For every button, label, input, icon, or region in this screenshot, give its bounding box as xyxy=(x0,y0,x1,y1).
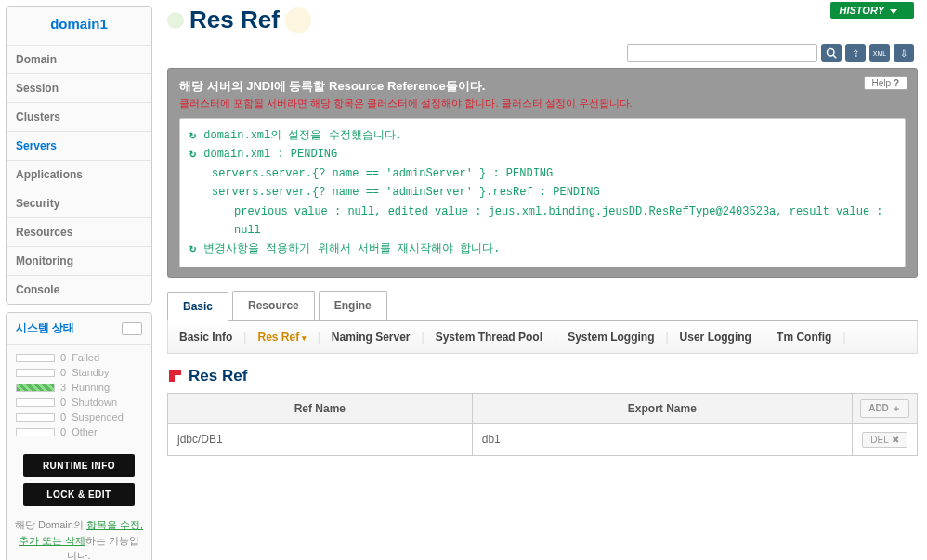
table-row: jdbc/DB1 db1 DEL✖ xyxy=(168,423,918,455)
main-tabs: Basic Resource Engine xyxy=(167,291,918,321)
subtab-system-logging[interactable]: System Logging xyxy=(564,331,658,344)
nav-servers[interactable]: Servers xyxy=(7,131,151,160)
nav-resources[interactable]: Resources xyxy=(7,217,151,246)
info-panel: Help 해당 서버의 JNDI에 등록할 Resource Reference… xyxy=(167,68,918,278)
info-headline: 해당 서버의 JNDI에 등록할 Resource Reference들이다. xyxy=(179,78,906,95)
tab-basic[interactable]: Basic xyxy=(167,292,228,321)
subtab-tm-config[interactable]: Tm Config xyxy=(773,331,835,344)
domain-note: 해당 Domain의 항목을 수정, 추가 또는 삭제하는 기능입니다. xyxy=(7,512,151,560)
subtab-res-ref[interactable]: Res Ref xyxy=(254,331,309,344)
tab-engine[interactable]: Engine xyxy=(319,291,387,320)
section-title: Res Ref xyxy=(167,354,918,393)
refresh-icon: ↻ xyxy=(189,126,196,145)
subtab-user-logging[interactable]: User Logging xyxy=(676,331,755,344)
svg-point-0 xyxy=(828,49,835,57)
del-button[interactable]: DEL✖ xyxy=(862,432,907,448)
add-button[interactable]: ADD＋ xyxy=(860,399,909,418)
page-title: Res Ref xyxy=(167,2,918,42)
info-subline: 클러스터에 포함될 서버라면 해당 항목은 클러스터에 설정해야 합니다. 클러… xyxy=(179,97,906,111)
domain-title: domain1 xyxy=(7,7,151,45)
state-shutdown: 0Shutdown xyxy=(16,395,142,410)
system-state-title: 시스템 상태 xyxy=(16,320,74,336)
nav-domain[interactable]: Domain xyxy=(7,45,151,73)
nav-clusters[interactable]: Clusters xyxy=(7,102,151,131)
import-icon[interactable]: ⇩ xyxy=(894,44,914,62)
cell-export-name: db1 xyxy=(472,423,852,455)
export-icon[interactable]: ⇪ xyxy=(845,44,866,62)
svg-line-1 xyxy=(833,55,836,58)
subtab-basic-info[interactable]: Basic Info xyxy=(176,331,236,344)
runtime-info-button[interactable]: RUNTIME INFO xyxy=(23,454,135,477)
refresh-icon: ↻ xyxy=(189,240,196,258)
lock-edit-button[interactable]: LOCK & EDIT xyxy=(23,483,135,506)
subtab-system-thread-pool[interactable]: System Thread Pool xyxy=(432,331,546,344)
cell-ref-name: jdbc/DB1 xyxy=(168,423,473,455)
state-standby: 0Standby xyxy=(16,365,142,380)
nav-session[interactable]: Session xyxy=(7,73,151,102)
search-input[interactable] xyxy=(627,44,817,62)
state-other: 0Other xyxy=(16,424,142,439)
subtab-naming-server[interactable]: Naming Server xyxy=(328,331,414,344)
state-suspended: 0Suspended xyxy=(16,410,142,424)
state-failed: 0Failed xyxy=(16,350,142,365)
system-state-icon[interactable] xyxy=(122,322,142,335)
col-export-name: Export Name xyxy=(472,393,852,423)
res-ref-table: Ref Name Export Name ADD＋ jdbc/DB1 db1 D… xyxy=(167,393,918,456)
section-icon xyxy=(169,370,181,382)
nav-security[interactable]: Security xyxy=(7,189,151,217)
nav-applications[interactable]: Applications xyxy=(7,160,151,189)
col-ref-name: Ref Name xyxy=(168,393,473,423)
help-button[interactable]: Help xyxy=(864,76,907,90)
state-running: 3Running xyxy=(16,380,142,395)
nav-list: Domain Session Clusters Servers Applicat… xyxy=(7,45,151,304)
nav-console[interactable]: Console xyxy=(7,275,151,304)
sub-tabs: Basic Info| Res Ref| Naming Server| Syst… xyxy=(167,321,918,354)
log-box: ↻domain.xml의 설정을 수정했습니다. ↻domain.xml : P… xyxy=(179,118,906,267)
history-button[interactable]: HISTORY xyxy=(830,2,915,19)
refresh-icon: ↻ xyxy=(189,145,196,163)
search-icon[interactable] xyxy=(821,44,842,62)
xml-icon[interactable]: XML xyxy=(869,44,890,62)
tab-resource[interactable]: Resource xyxy=(232,291,315,320)
nav-monitoring[interactable]: Monitoring xyxy=(7,246,151,275)
